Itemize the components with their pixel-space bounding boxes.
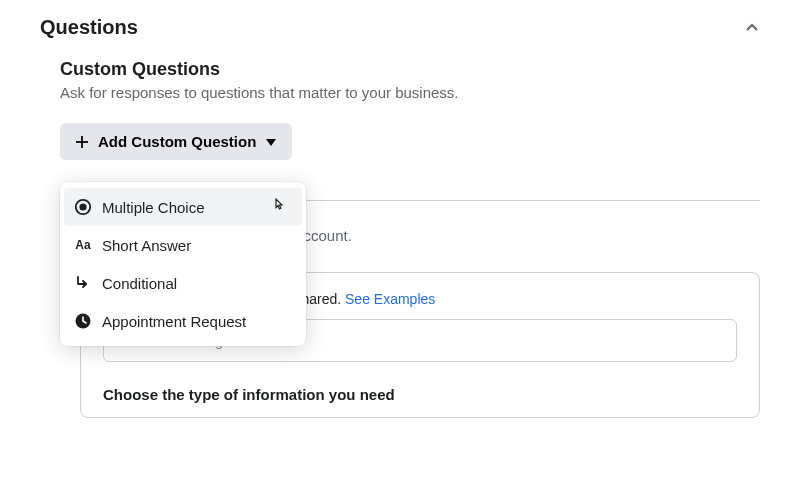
questions-section: Questions Custom Questions Ask for respo…	[0, 0, 800, 418]
collapse-chevron-icon[interactable]	[744, 20, 760, 36]
plus-icon	[74, 134, 90, 150]
question-type-dropdown: Multiple Choice Aa Short Answer Conditio…	[60, 182, 306, 346]
dropdown-option-label: Short Answer	[102, 237, 191, 254]
choose-info-type-label: Choose the type of information you need	[103, 386, 737, 403]
svg-point-4	[79, 203, 86, 210]
add-custom-question-label: Add Custom Question	[98, 133, 256, 150]
dropdown-option-conditional[interactable]: Conditional	[60, 264, 306, 302]
clock-icon	[74, 312, 92, 330]
dropdown-option-multiple-choice[interactable]: Multiple Choice	[64, 188, 302, 226]
custom-questions-desc: Ask for responses to questions that matt…	[60, 84, 760, 101]
branch-arrow-icon	[74, 274, 92, 292]
add-custom-question-button[interactable]: Add Custom Question	[60, 123, 292, 160]
custom-questions-title: Custom Questions	[60, 59, 760, 80]
dropdown-option-label: Conditional	[102, 275, 177, 292]
text-aa-icon: Aa	[74, 236, 92, 254]
caret-down-icon	[264, 136, 278, 148]
dropdown-option-label: Appointment Request	[102, 313, 246, 330]
dropdown-option-appointment-request[interactable]: Appointment Request	[60, 302, 306, 340]
dropdown-option-short-answer[interactable]: Aa Short Answer	[60, 226, 306, 264]
section-header: Questions	[40, 16, 760, 39]
radio-icon	[74, 198, 92, 216]
see-examples-link[interactable]: See Examples	[345, 291, 435, 307]
dropdown-option-label: Multiple Choice	[102, 199, 205, 216]
section-title: Questions	[40, 16, 138, 39]
svg-marker-2	[266, 139, 276, 146]
cursor-pointer-icon	[270, 197, 288, 215]
